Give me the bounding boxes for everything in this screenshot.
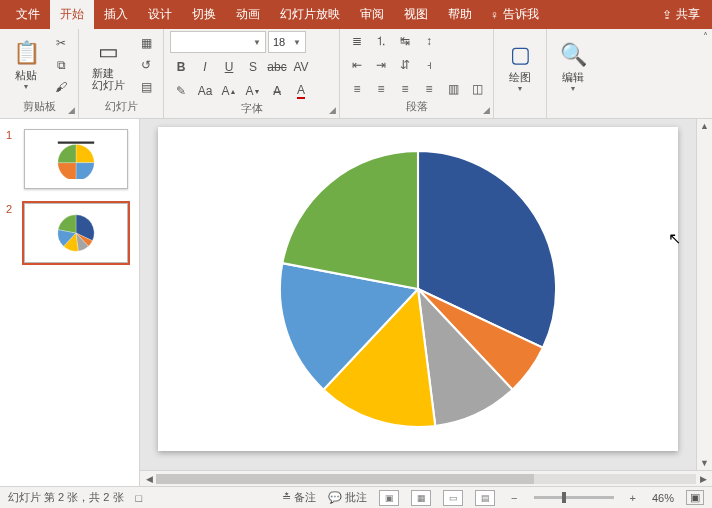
slide-thumbnails-panel[interactable]: 1 2	[0, 119, 140, 486]
shadow-button[interactable]: S	[242, 57, 264, 77]
align-right-button[interactable]: ≡	[394, 79, 416, 99]
italic-button[interactable]: I	[194, 57, 216, 77]
justify-icon: ≡	[425, 82, 432, 96]
tab-help[interactable]: 帮助	[438, 0, 482, 29]
paste-button[interactable]: 📋 粘贴 ▼	[6, 40, 46, 90]
layout-button[interactable]: ▦	[135, 33, 157, 53]
font-color-button[interactable]: A	[290, 81, 312, 101]
dialog-launcher-paragraph[interactable]: ◢	[483, 105, 490, 115]
scroll-down-icon[interactable]: ▼	[700, 458, 709, 468]
slideshow-view-button[interactable]: ▤	[475, 490, 495, 506]
normal-view-button[interactable]: ▣	[379, 490, 399, 506]
tab-transitions[interactable]: 切换	[182, 0, 226, 29]
tell-me-label: 告诉我	[503, 6, 539, 23]
tab-file[interactable]: 文件	[6, 0, 50, 29]
font-family-combo[interactable]: ▼	[170, 31, 266, 53]
strike-button[interactable]: abc	[266, 57, 288, 77]
tab-design[interactable]: 设计	[138, 0, 182, 29]
tab-view[interactable]: 视图	[394, 0, 438, 29]
chevron-down-icon: ▼	[23, 83, 30, 90]
line-spacing-button[interactable]: ↕	[418, 31, 440, 51]
direction-icon: ⇵	[400, 58, 410, 72]
pie-chart-icon	[49, 213, 103, 253]
zoom-thumb[interactable]	[562, 492, 566, 503]
tab-insert[interactable]: 插入	[94, 0, 138, 29]
bullets-button[interactable]: ≣	[346, 31, 368, 51]
scroll-left-icon[interactable]: ◀	[142, 474, 156, 484]
change-case-button[interactable]: Aa	[194, 81, 216, 101]
zoom-out-button[interactable]: −	[507, 492, 521, 504]
group-editing: 🔍 编辑 ▼	[547, 29, 599, 118]
zoom-slider[interactable]	[534, 496, 614, 499]
chevron-down-icon: ▼	[517, 85, 524, 92]
vertical-scrollbar[interactable]: ▲ ▼	[696, 119, 712, 470]
horizontal-scrollbar[interactable]: ◀ ▶	[140, 470, 712, 486]
scroll-up-icon[interactable]: ▲	[700, 121, 709, 131]
zoom-in-button[interactable]: +	[626, 492, 640, 504]
scroll-track[interactable]	[156, 474, 696, 484]
reset-icon: ↺	[141, 58, 151, 72]
text-direction-button[interactable]: ⇵	[394, 55, 416, 75]
grow-font-button[interactable]: A▲	[218, 81, 240, 101]
share-button[interactable]: ⇪ 共享	[656, 6, 706, 23]
comments-button[interactable]: 💬批注	[328, 490, 367, 505]
editing-button[interactable]: 🔍 编辑 ▼	[553, 42, 593, 92]
group-label-drawing	[500, 102, 540, 116]
align-text-button[interactable]: ⫞	[418, 55, 440, 75]
scroll-thumb[interactable]	[156, 474, 534, 484]
collapse-ribbon-button[interactable]: ˄	[703, 31, 708, 42]
tell-me[interactable]: ♀ 告诉我	[490, 6, 539, 23]
spacing-button[interactable]: AV	[290, 57, 312, 77]
reset-button[interactable]: ↺	[135, 55, 157, 75]
bold-button[interactable]: B	[170, 57, 192, 77]
thumbnail-1[interactable]: 1	[6, 129, 133, 189]
new-slide-label: 新建 幻灯片	[92, 67, 125, 91]
slide[interactable]	[158, 127, 678, 451]
brush-icon: 🖌	[55, 80, 67, 94]
sorter-view-button[interactable]: ▦	[411, 490, 431, 506]
notes-button[interactable]: ≛备注	[282, 490, 316, 505]
justify-button[interactable]: ≡	[418, 79, 440, 99]
scroll-right-icon[interactable]: ▶	[696, 474, 710, 484]
pie-chart[interactable]	[273, 144, 563, 434]
tab-animations[interactable]: 动画	[226, 0, 270, 29]
zoom-level[interactable]: 46%	[652, 492, 674, 504]
tab-home[interactable]: 开始	[50, 0, 94, 29]
align-left-button[interactable]: ≡	[346, 79, 368, 99]
decrease-indent-button[interactable]: ⇤	[346, 55, 368, 75]
highlight-button[interactable]: ✎	[170, 81, 192, 101]
slide-counter[interactable]: 幻灯片 第 2 张，共 2 张	[8, 490, 124, 505]
pie-chart-icon	[49, 139, 103, 179]
font-size-combo[interactable]: 18▼	[268, 31, 306, 53]
list-level-icon: ↹	[400, 34, 410, 48]
outdent-icon: ⇤	[352, 58, 362, 72]
section-button[interactable]: ▤	[135, 77, 157, 97]
dialog-launcher-clipboard[interactable]: ◢	[68, 105, 75, 115]
columns-button[interactable]: ▥	[442, 79, 464, 99]
fit-to-window-button[interactable]: ▣	[686, 490, 704, 505]
underline-button[interactable]: U	[218, 57, 240, 77]
reading-view-button[interactable]: ▭	[443, 490, 463, 506]
cut-button[interactable]: ✂	[50, 33, 72, 53]
thumbnail-2[interactable]: 2	[6, 203, 133, 263]
copy-button[interactable]: ⧉	[50, 55, 72, 75]
list-level-button[interactable]: ↹	[394, 31, 416, 51]
smartart-button[interactable]: ◫	[466, 79, 488, 99]
spacing-icon: AV	[293, 60, 308, 74]
spellcheck-icon[interactable]: □	[136, 492, 143, 504]
tab-review[interactable]: 审阅	[350, 0, 394, 29]
numbering-button[interactable]: ⒈	[370, 31, 392, 51]
clear-format-button[interactable]: A̶	[266, 81, 288, 101]
increase-indent-button[interactable]: ⇥	[370, 55, 392, 75]
tab-slideshow[interactable]: 幻灯片放映	[270, 0, 350, 29]
shrink-font-button[interactable]: A▼	[242, 81, 264, 101]
workspace: 1 2 ▲ ▼ ↖ ◀	[0, 119, 712, 486]
format-painter-button[interactable]: 🖌	[50, 77, 72, 97]
align-center-button[interactable]: ≡	[370, 79, 392, 99]
drawing-button[interactable]: ▢ 绘图 ▼	[500, 42, 540, 92]
shapes-icon: ▢	[510, 42, 531, 68]
canvas-wrap: ▲ ▼ ↖ ◀ ▶	[140, 119, 712, 486]
dialog-launcher-font[interactable]: ◢	[329, 105, 336, 115]
new-slide-button[interactable]: ▭ 新建 幻灯片	[85, 39, 131, 91]
group-label-slides: 幻灯片	[85, 99, 157, 116]
